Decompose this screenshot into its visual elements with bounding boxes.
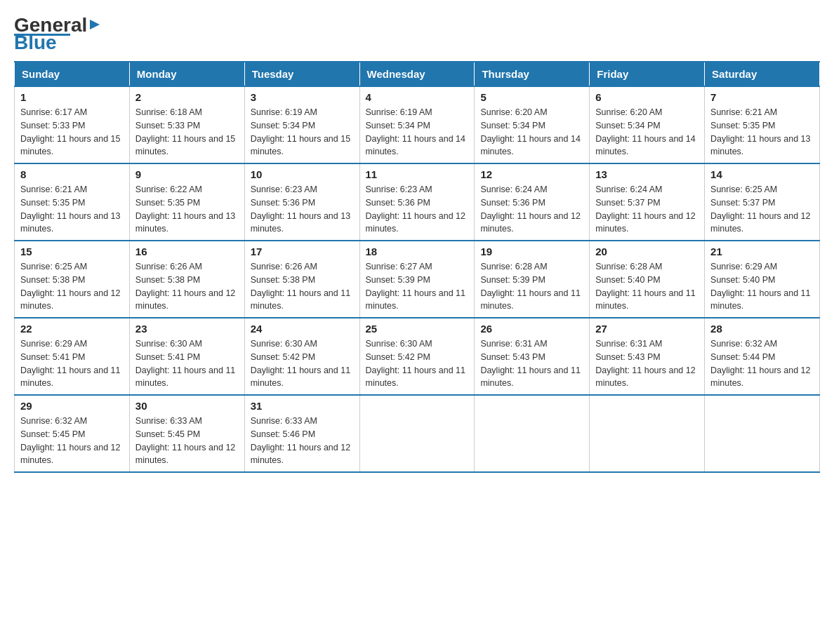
weekday-sunday: Sunday [15, 62, 130, 86]
day-info: Sunrise: 6:21 AMSunset: 5:35 PMDaylight:… [710, 106, 814, 159]
calendar-cell: 19Sunrise: 6:28 AMSunset: 5:39 PMDayligh… [475, 241, 590, 318]
day-number: 8 [20, 168, 124, 180]
weekday-header-row: SundayMondayTuesdayWednesdayThursdayFrid… [15, 62, 820, 86]
day-number: 14 [710, 168, 814, 180]
day-number: 18 [366, 246, 469, 257]
day-number: 11 [366, 168, 469, 180]
day-info: Sunrise: 6:30 AMSunset: 5:41 PMDaylight:… [135, 337, 239, 390]
week-row-5: 29Sunrise: 6:32 AMSunset: 5:45 PMDayligh… [15, 395, 820, 472]
calendar-cell: 14Sunrise: 6:25 AMSunset: 5:37 PMDayligh… [705, 163, 820, 241]
calendar-cell [705, 395, 820, 472]
day-info: Sunrise: 6:31 AMSunset: 5:43 PMDaylight:… [595, 337, 699, 390]
day-number: 17 [251, 246, 354, 257]
day-info: Sunrise: 6:19 AMSunset: 5:34 PMDaylight:… [366, 106, 469, 159]
calendar-cell: 8Sunrise: 6:21 AMSunset: 5:35 PMDaylight… [15, 163, 130, 241]
day-info: Sunrise: 6:33 AMSunset: 5:46 PMDaylight:… [251, 415, 354, 467]
day-number: 29 [20, 400, 124, 412]
day-info: Sunrise: 6:23 AMSunset: 5:36 PMDaylight:… [366, 183, 469, 236]
day-info: Sunrise: 6:20 AMSunset: 5:34 PMDaylight:… [480, 106, 583, 159]
day-info: Sunrise: 6:28 AMSunset: 5:39 PMDaylight:… [480, 260, 583, 313]
day-number: 28 [710, 323, 814, 335]
day-info: Sunrise: 6:24 AMSunset: 5:37 PMDaylight:… [595, 183, 699, 236]
day-number: 12 [480, 168, 583, 180]
day-info: Sunrise: 6:26 AMSunset: 5:38 PMDaylight:… [251, 260, 354, 313]
day-number: 7 [710, 91, 814, 103]
calendar-cell: 11Sunrise: 6:23 AMSunset: 5:36 PMDayligh… [359, 163, 475, 241]
calendar-cell: 27Sunrise: 6:31 AMSunset: 5:43 PMDayligh… [590, 318, 705, 395]
day-number: 25 [366, 323, 469, 335]
day-info: Sunrise: 6:27 AMSunset: 5:39 PMDaylight:… [366, 260, 469, 313]
calendar-cell: 31Sunrise: 6:33 AMSunset: 5:46 PMDayligh… [244, 395, 359, 472]
calendar-cell: 30Sunrise: 6:33 AMSunset: 5:45 PMDayligh… [129, 395, 244, 472]
calendar-cell: 7Sunrise: 6:21 AMSunset: 5:35 PMDaylight… [705, 86, 820, 163]
calendar-cell: 23Sunrise: 6:30 AMSunset: 5:41 PMDayligh… [129, 318, 244, 395]
weekday-saturday: Saturday [705, 62, 820, 86]
day-info: Sunrise: 6:22 AMSunset: 5:35 PMDaylight:… [135, 183, 239, 236]
calendar-cell [475, 395, 590, 472]
weekday-thursday: Thursday [475, 62, 590, 86]
day-number: 15 [20, 246, 124, 257]
calendar-cell: 3Sunrise: 6:19 AMSunset: 5:34 PMDaylight… [244, 86, 359, 163]
weekday-friday: Friday [590, 62, 705, 86]
calendar-cell: 15Sunrise: 6:25 AMSunset: 5:38 PMDayligh… [15, 241, 130, 318]
day-info: Sunrise: 6:28 AMSunset: 5:40 PMDaylight:… [595, 260, 699, 313]
day-number: 9 [135, 168, 239, 180]
day-info: Sunrise: 6:33 AMSunset: 5:45 PMDaylight:… [135, 415, 239, 467]
day-info: Sunrise: 6:32 AMSunset: 5:44 PMDaylight:… [710, 337, 814, 390]
day-number: 2 [135, 91, 239, 103]
weekday-monday: Monday [129, 62, 244, 86]
logo-flag-icon [88, 18, 101, 34]
day-info: Sunrise: 6:31 AMSunset: 5:43 PMDaylight:… [480, 337, 583, 390]
calendar-cell: 17Sunrise: 6:26 AMSunset: 5:38 PMDayligh… [244, 241, 359, 318]
calendar-cell: 4Sunrise: 6:19 AMSunset: 5:34 PMDaylight… [359, 86, 475, 163]
calendar-cell [590, 395, 705, 472]
calendar-cell: 10Sunrise: 6:23 AMSunset: 5:36 PMDayligh… [244, 163, 359, 241]
day-info: Sunrise: 6:25 AMSunset: 5:38 PMDaylight:… [20, 260, 124, 313]
day-number: 3 [251, 91, 354, 103]
day-number: 20 [595, 246, 699, 257]
day-info: Sunrise: 6:26 AMSunset: 5:38 PMDaylight:… [135, 260, 239, 313]
day-info: Sunrise: 6:23 AMSunset: 5:36 PMDaylight:… [251, 183, 354, 236]
day-number: 24 [251, 323, 354, 335]
day-number: 6 [595, 91, 699, 103]
day-number: 26 [480, 323, 583, 335]
day-number: 19 [480, 246, 583, 257]
day-info: Sunrise: 6:29 AMSunset: 5:41 PMDaylight:… [20, 337, 124, 390]
calendar-cell: 1Sunrise: 6:17 AMSunset: 5:33 PMDaylight… [15, 86, 130, 163]
svg-marker-0 [90, 20, 100, 29]
calendar-cell [359, 395, 475, 472]
day-info: Sunrise: 6:30 AMSunset: 5:42 PMDaylight:… [251, 337, 354, 390]
calendar-cell: 25Sunrise: 6:30 AMSunset: 5:42 PMDayligh… [359, 318, 475, 395]
logo: General Blue [14, 14, 101, 54]
day-number: 22 [20, 323, 124, 335]
week-row-2: 8Sunrise: 6:21 AMSunset: 5:35 PMDaylight… [15, 163, 820, 241]
day-info: Sunrise: 6:29 AMSunset: 5:40 PMDaylight:… [710, 260, 814, 313]
week-row-1: 1Sunrise: 6:17 AMSunset: 5:33 PMDaylight… [15, 86, 820, 163]
day-number: 23 [135, 323, 239, 335]
calendar-cell: 18Sunrise: 6:27 AMSunset: 5:39 PMDayligh… [359, 241, 475, 318]
calendar-cell: 29Sunrise: 6:32 AMSunset: 5:45 PMDayligh… [15, 395, 130, 472]
page-header: General Blue [14, 14, 820, 54]
day-number: 1 [20, 91, 124, 103]
calendar-cell: 12Sunrise: 6:24 AMSunset: 5:36 PMDayligh… [475, 163, 590, 241]
day-info: Sunrise: 6:20 AMSunset: 5:34 PMDaylight:… [595, 106, 699, 159]
calendar-cell: 21Sunrise: 6:29 AMSunset: 5:40 PMDayligh… [705, 241, 820, 318]
calendar-cell: 20Sunrise: 6:28 AMSunset: 5:40 PMDayligh… [590, 241, 705, 318]
calendar-table: SundayMondayTuesdayWednesdayThursdayFrid… [14, 61, 820, 473]
day-number: 27 [595, 323, 699, 335]
weekday-tuesday: Tuesday [244, 62, 359, 86]
calendar-cell: 16Sunrise: 6:26 AMSunset: 5:38 PMDayligh… [129, 241, 244, 318]
calendar-cell: 28Sunrise: 6:32 AMSunset: 5:44 PMDayligh… [705, 318, 820, 395]
day-info: Sunrise: 6:21 AMSunset: 5:35 PMDaylight:… [20, 183, 124, 236]
day-info: Sunrise: 6:17 AMSunset: 5:33 PMDaylight:… [20, 106, 124, 159]
week-row-3: 15Sunrise: 6:25 AMSunset: 5:38 PMDayligh… [15, 241, 820, 318]
day-number: 4 [366, 91, 469, 103]
calendar-cell: 9Sunrise: 6:22 AMSunset: 5:35 PMDaylight… [129, 163, 244, 241]
calendar-cell: 5Sunrise: 6:20 AMSunset: 5:34 PMDaylight… [475, 86, 590, 163]
calendar-cell: 2Sunrise: 6:18 AMSunset: 5:33 PMDaylight… [129, 86, 244, 163]
day-number: 16 [135, 246, 239, 257]
day-number: 31 [251, 400, 354, 412]
calendar-cell: 13Sunrise: 6:24 AMSunset: 5:37 PMDayligh… [590, 163, 705, 241]
calendar-cell: 26Sunrise: 6:31 AMSunset: 5:43 PMDayligh… [475, 318, 590, 395]
day-info: Sunrise: 6:25 AMSunset: 5:37 PMDaylight:… [710, 183, 814, 236]
